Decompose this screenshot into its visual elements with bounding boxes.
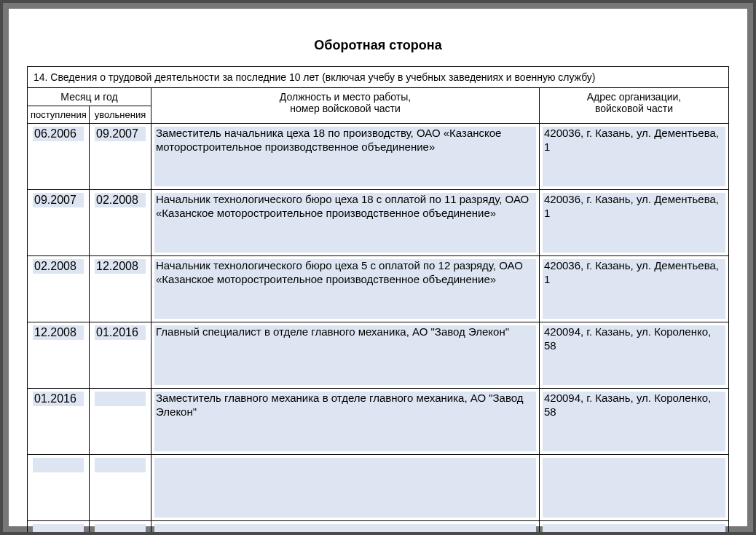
address-field[interactable]: 420094, г. Казань, ул. Короленко, 58 [543, 325, 725, 385]
start-date-field[interactable]: 12.2008 [33, 325, 84, 340]
address-field[interactable]: 420036, г. Казань, ул. Дементьева, 1 [543, 127, 725, 186]
position-cell: Начальник технологического бюро цеха 18 … [151, 190, 540, 256]
address-field[interactable] [543, 458, 725, 518]
address-field[interactable]: 420036, г. Казань, ул. Дементьева, 1 [543, 259, 725, 319]
col-address-line1: Адрес организации, [587, 91, 681, 103]
end-date-cell: 09.2007 [90, 124, 151, 190]
table-row [28, 521, 729, 533]
table-row: 02.200812.2008Начальник технологического… [28, 256, 729, 322]
address-cell [539, 455, 728, 521]
position-field[interactable]: Заместитель главного механика в отделе г… [154, 392, 536, 451]
section-header: 14. Сведения о трудовой деятельности за … [28, 67, 729, 88]
header-row-1: Месяц и год Должность и место работы, но… [28, 88, 729, 106]
end-date-cell [90, 389, 151, 455]
table-row: 12.200801.2016Главный специалист в отдел… [28, 322, 729, 389]
address-field[interactable] [543, 524, 725, 532]
position-cell: Заместитель главного механика в отделе г… [151, 389, 540, 455]
section-header-row: 14. Сведения о трудовой деятельности за … [28, 67, 729, 88]
end-date-cell: 02.2008 [90, 190, 151, 256]
address-cell: 420036, г. Казань, ул. Дементьева, 1 [539, 256, 728, 322]
address-cell: 420036, г. Казань, ул. Дементьева, 1 [539, 190, 728, 256]
address-cell [539, 521, 728, 533]
start-date-field[interactable]: 02.2008 [33, 259, 84, 274]
document-page: Оборотная сторона 14. Сведения о трудово… [9, 9, 747, 526]
position-field[interactable]: Главный специалист в отделе главного мех… [154, 325, 536, 385]
viewer-frame: Оборотная сторона 14. Сведения о трудово… [0, 0, 756, 535]
col-start: поступления [28, 106, 90, 124]
start-date-cell [28, 455, 90, 521]
start-date-field[interactable] [33, 458, 84, 472]
address-field[interactable]: 420036, г. Казань, ул. Дементьева, 1 [543, 193, 725, 253]
end-date-field[interactable] [95, 392, 146, 406]
start-date-field[interactable]: 01.2016 [33, 392, 84, 406]
table-row: 06.200609.2007Заместитель начальника цех… [28, 124, 729, 190]
address-cell: 420094, г. Казань, ул. Короленко, 58 [539, 389, 728, 455]
start-date-cell: 06.2006 [28, 124, 90, 190]
col-address: Адрес организации, войсковой части [539, 88, 728, 124]
position-field[interactable] [154, 458, 536, 518]
end-date-cell [90, 455, 151, 521]
end-date-cell: 12.2008 [90, 256, 151, 322]
col-position: Должность и место работы, номер войсково… [151, 88, 540, 124]
employment-table: 14. Сведения о трудовой деятельности за … [27, 66, 729, 532]
end-date-field[interactable]: 09.2007 [95, 127, 146, 141]
table-row [28, 455, 729, 521]
col-address-line2: войсковой части [595, 103, 673, 114]
end-date-field[interactable]: 12.2008 [95, 259, 146, 274]
col-position-line2: номер войсковой части [290, 103, 401, 114]
start-date-field[interactable]: 06.2006 [33, 127, 84, 141]
end-date-field[interactable] [95, 458, 146, 472]
start-date-field[interactable]: 09.2007 [33, 193, 84, 207]
address-cell: 420036, г. Казань, ул. Дементьева, 1 [539, 124, 728, 190]
start-date-field[interactable] [33, 524, 84, 532]
position-field[interactable]: Заместитель начальника цеха 18 по произв… [154, 127, 536, 186]
address-field[interactable]: 420094, г. Казань, ул. Короленко, 58 [543, 392, 725, 451]
start-date-cell [28, 521, 90, 533]
position-field[interactable] [154, 524, 536, 532]
page-shadow: Оборотная сторона 14. Сведения о трудово… [3, 3, 753, 532]
end-date-field[interactable] [95, 524, 146, 532]
position-field[interactable]: Начальник технологического бюро цеха 18 … [154, 193, 536, 253]
start-date-cell: 02.2008 [28, 256, 90, 322]
position-cell: Главный специалист в отделе главного мех… [151, 322, 540, 389]
start-date-cell: 09.2007 [28, 190, 90, 256]
page-title: Оборотная сторона [27, 38, 729, 53]
position-cell [151, 455, 540, 521]
position-cell: Начальник технологического бюро цеха 5 с… [151, 256, 540, 322]
position-cell [151, 521, 540, 533]
start-date-cell: 12.2008 [28, 322, 90, 389]
table-row: 01.2016Заместитель главного механика в о… [28, 389, 729, 455]
start-date-cell: 01.2016 [28, 389, 90, 455]
position-cell: Заместитель начальника цеха 18 по произв… [151, 124, 540, 190]
col-end: увольнения [90, 106, 151, 124]
end-date-field[interactable]: 02.2008 [95, 193, 146, 207]
end-date-cell: 01.2016 [90, 322, 151, 389]
end-date-cell [90, 521, 151, 533]
table-row: 09.200702.2008Начальник технологического… [28, 190, 729, 256]
col-position-line1: Должность и место работы, [280, 91, 411, 103]
address-cell: 420094, г. Казань, ул. Короленко, 58 [539, 322, 728, 389]
position-field[interactable]: Начальник технологического бюро цеха 5 с… [154, 259, 536, 319]
end-date-field[interactable]: 01.2016 [95, 325, 146, 340]
col-month-year: Месяц и год [28, 88, 151, 106]
